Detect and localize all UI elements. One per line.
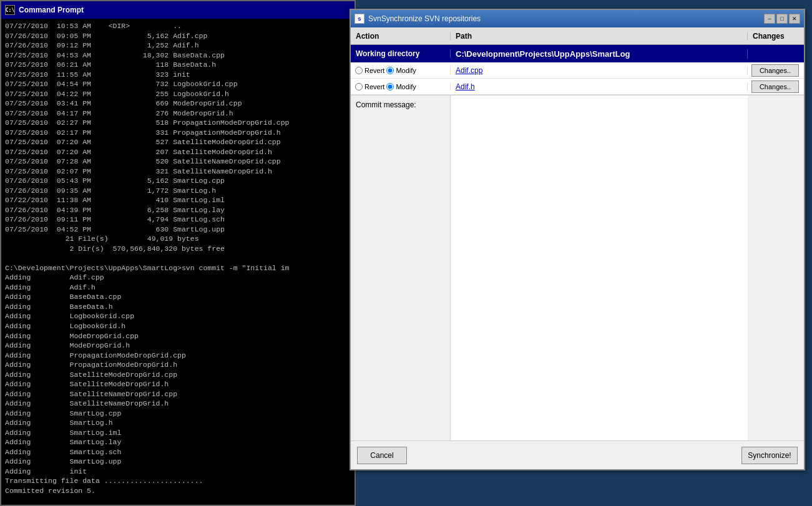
restore-button[interactable]: □ <box>776 14 788 24</box>
revert-radio-adif-cpp[interactable] <box>355 67 363 74</box>
svn-app-icon: S <box>355 14 364 24</box>
file-action-adif-h: Revert Modify <box>351 83 451 90</box>
svn-window: S SvnSynchronize SVN repositories – □ ✕ … <box>350 9 805 470</box>
svn-titlebar: S SvnSynchronize SVN repositories – □ ✕ <box>351 10 804 27</box>
cmd-title: Command Prompt <box>19 6 84 14</box>
col-changes-header: Changes <box>748 32 804 41</box>
radio-group-adif-cpp: Revert Modify <box>355 67 416 74</box>
working-dir-path: C:\Development\Projects\UppApps\SmartLog <box>451 49 748 59</box>
col-path-header: Path <box>451 32 748 41</box>
cancel-button[interactable]: Cancel <box>357 447 407 464</box>
synchronize-button[interactable]: Synchronize! <box>741 447 798 464</box>
revert-label-adif-h: Revert <box>364 83 384 90</box>
commit-area: Commit message: <box>351 95 804 440</box>
file-link-adif-cpp[interactable]: Adif.cpp <box>456 66 482 75</box>
commit-label: Commit message: <box>351 95 451 440</box>
radio-group-adif-h: Revert Modify <box>355 83 416 90</box>
changes-col-adif-cpp: Changes.. <box>748 64 804 77</box>
cmd-content: 07/27/2010 10:53 AM <DIR> .. 07/26/2010 … <box>5 21 351 505</box>
working-directory-row: Working directory C:\Development\Project… <box>351 45 804 62</box>
working-dir-label: Working directory <box>351 49 451 58</box>
svn-title: SvnSynchronize SVN repositories <box>368 14 760 23</box>
changes-button-adif-cpp[interactable]: Changes.. <box>751 64 799 77</box>
changes-col-adif-h: Changes.. <box>748 80 804 93</box>
commit-input-col <box>451 95 748 440</box>
cmd-titlebar: C:\ Command Prompt <box>1 1 355 19</box>
file-path-adif-h: Adif.h <box>451 82 748 91</box>
file-action-adif-cpp: Revert Modify <box>351 67 451 74</box>
svn-content: Action Path Changes Working directory C:… <box>351 27 804 469</box>
cmd-icon: C:\ <box>5 5 15 15</box>
minimize-button[interactable]: – <box>764 14 775 24</box>
modify-radio-adif-cpp[interactable] <box>386 67 394 74</box>
revert-radio-adif-h[interactable] <box>355 83 363 90</box>
commit-changes-col <box>748 95 804 440</box>
svn-window-controls: – □ ✕ <box>764 14 800 24</box>
cmd-window: C:\ Command Prompt 07/27/2010 10:53 AM <… <box>0 0 356 506</box>
table-row: Revert Modify Adif.cpp Changes.. <box>351 62 804 79</box>
commit-message-input[interactable] <box>453 98 745 438</box>
close-button[interactable]: ✕ <box>789 14 800 24</box>
table-row: Revert Modify Adif.h Changes.. <box>351 79 804 95</box>
file-link-adif-h[interactable]: Adif.h <box>456 82 475 91</box>
modify-label-adif-h: Modify <box>396 83 416 90</box>
col-action-header: Action <box>351 32 451 41</box>
cmd-body: 07/27/2010 10:53 AM <DIR> .. 07/26/2010 … <box>1 19 355 505</box>
svn-footer: Cancel Synchronize! <box>351 440 804 469</box>
file-path-adif-cpp: Adif.cpp <box>451 66 748 75</box>
revert-label-adif-cpp: Revert <box>364 67 384 74</box>
changes-button-adif-h[interactable]: Changes.. <box>751 80 799 93</box>
modify-label-adif-cpp: Modify <box>396 67 416 74</box>
svn-table-header: Action Path Changes <box>351 27 804 45</box>
modify-radio-adif-h[interactable] <box>386 83 394 90</box>
